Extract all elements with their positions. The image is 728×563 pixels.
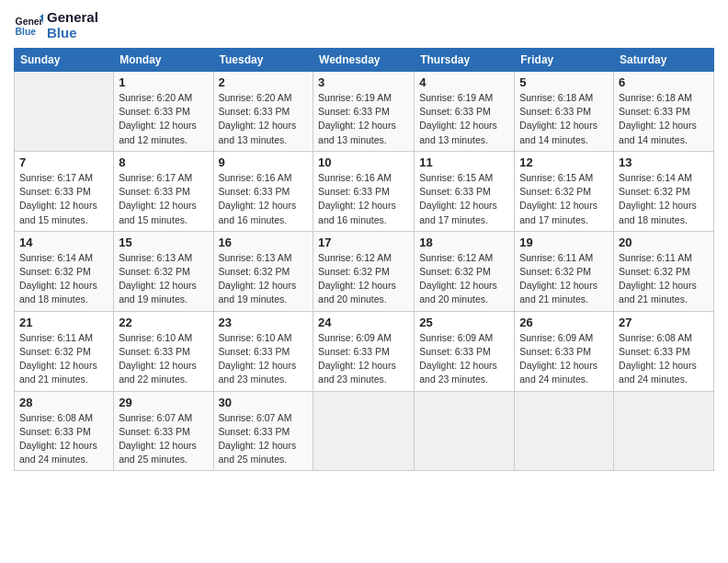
day-number: 18	[419, 236, 509, 249]
day-number: 9	[219, 155, 309, 169]
day-info: Sunrise: 6:13 AM Sunset: 6:32 PM Dayligh…	[119, 251, 208, 307]
calendar-table: SundayMondayTuesdayWednesdayThursdayFrid…	[14, 48, 714, 471]
day-cell: 25Sunrise: 6:09 AM Sunset: 6:33 PM Dayli…	[415, 311, 515, 391]
header-wednesday: Wednesday	[313, 49, 415, 72]
day-number: 27	[619, 316, 709, 329]
day-info: Sunrise: 6:14 AM Sunset: 6:32 PM Dayligh…	[19, 251, 108, 307]
day-cell: 7Sunrise: 6:17 AM Sunset: 6:33 PM Daylig…	[15, 151, 114, 231]
day-info: Sunrise: 6:16 AM Sunset: 6:33 PM Dayligh…	[318, 171, 409, 227]
day-info: Sunrise: 6:09 AM Sunset: 6:33 PM Dayligh…	[419, 331, 509, 387]
logo-blue: Blue	[47, 25, 98, 40]
day-info: Sunrise: 6:18 AM Sunset: 6:33 PM Dayligh…	[519, 91, 609, 147]
day-number: 28	[19, 396, 108, 409]
day-info: Sunrise: 6:10 AM Sunset: 6:33 PM Dayligh…	[119, 331, 208, 387]
day-number: 12	[519, 155, 609, 169]
logo-icon: General Blue	[14, 10, 43, 40]
day-number: 16	[219, 236, 309, 249]
day-number: 10	[318, 155, 409, 169]
day-info: Sunrise: 6:11 AM Sunset: 6:32 PM Dayligh…	[19, 331, 108, 387]
day-number: 20	[619, 236, 709, 249]
day-number: 17	[318, 236, 409, 249]
day-number: 5	[519, 75, 609, 89]
day-info: Sunrise: 6:11 AM Sunset: 6:32 PM Dayligh…	[619, 251, 709, 307]
day-cell: 29Sunrise: 6:07 AM Sunset: 6:33 PM Dayli…	[114, 391, 213, 471]
day-number: 7	[19, 155, 108, 169]
day-number: 1	[119, 75, 208, 89]
day-info: Sunrise: 6:14 AM Sunset: 6:32 PM Dayligh…	[619, 171, 709, 227]
day-cell: 1Sunrise: 6:20 AM Sunset: 6:33 PM Daylig…	[114, 72, 213, 152]
day-info: Sunrise: 6:09 AM Sunset: 6:33 PM Dayligh…	[318, 331, 409, 387]
logo-general: General	[47, 9, 98, 25]
day-number: 19	[519, 236, 609, 249]
day-cell	[313, 391, 415, 471]
week-row-5: 28Sunrise: 6:08 AM Sunset: 6:33 PM Dayli…	[15, 391, 714, 471]
header-thursday: Thursday	[415, 49, 515, 72]
day-cell: 20Sunrise: 6:11 AM Sunset: 6:32 PM Dayli…	[614, 231, 714, 311]
day-cell: 21Sunrise: 6:11 AM Sunset: 6:32 PM Dayli…	[15, 311, 114, 391]
header-row: SundayMondayTuesdayWednesdayThursdayFrid…	[15, 49, 714, 72]
header-tuesday: Tuesday	[213, 49, 313, 72]
day-info: Sunrise: 6:18 AM Sunset: 6:33 PM Dayligh…	[619, 91, 709, 147]
day-cell: 30Sunrise: 6:07 AM Sunset: 6:33 PM Dayli…	[213, 391, 313, 471]
day-info: Sunrise: 6:07 AM Sunset: 6:33 PM Dayligh…	[219, 411, 309, 467]
day-number: 26	[519, 316, 609, 329]
day-number: 21	[19, 316, 108, 329]
day-cell: 6Sunrise: 6:18 AM Sunset: 6:33 PM Daylig…	[614, 72, 714, 152]
day-number: 4	[419, 75, 509, 89]
day-cell: 24Sunrise: 6:09 AM Sunset: 6:33 PM Dayli…	[313, 311, 415, 391]
header-monday: Monday	[114, 49, 213, 72]
day-number: 8	[119, 155, 208, 169]
day-cell: 17Sunrise: 6:12 AM Sunset: 6:32 PM Dayli…	[313, 231, 415, 311]
day-info: Sunrise: 6:16 AM Sunset: 6:33 PM Dayligh…	[219, 171, 309, 227]
day-cell: 9Sunrise: 6:16 AM Sunset: 6:33 PM Daylig…	[213, 151, 313, 231]
day-cell: 3Sunrise: 6:19 AM Sunset: 6:33 PM Daylig…	[313, 72, 415, 152]
day-number: 3	[318, 75, 409, 89]
day-info: Sunrise: 6:09 AM Sunset: 6:33 PM Dayligh…	[519, 331, 609, 387]
day-info: Sunrise: 6:15 AM Sunset: 6:33 PM Dayligh…	[419, 171, 509, 227]
day-cell	[415, 391, 515, 471]
logo: General Blue General Blue	[14, 9, 98, 40]
day-info: Sunrise: 6:08 AM Sunset: 6:33 PM Dayligh…	[619, 331, 709, 387]
day-cell	[15, 72, 114, 152]
day-number: 11	[419, 155, 509, 169]
svg-text:General: General	[16, 17, 43, 27]
day-cell: 11Sunrise: 6:15 AM Sunset: 6:33 PM Dayli…	[415, 151, 515, 231]
day-number: 13	[619, 155, 709, 169]
day-cell: 12Sunrise: 6:15 AM Sunset: 6:32 PM Dayli…	[515, 151, 614, 231]
week-row-3: 14Sunrise: 6:14 AM Sunset: 6:32 PM Dayli…	[15, 231, 714, 311]
day-info: Sunrise: 6:12 AM Sunset: 6:32 PM Dayligh…	[419, 251, 509, 307]
header-friday: Friday	[515, 49, 614, 72]
day-info: Sunrise: 6:19 AM Sunset: 6:33 PM Dayligh…	[419, 91, 509, 147]
day-cell: 19Sunrise: 6:11 AM Sunset: 6:32 PM Dayli…	[515, 231, 614, 311]
day-cell: 8Sunrise: 6:17 AM Sunset: 6:33 PM Daylig…	[114, 151, 213, 231]
day-number: 30	[219, 396, 309, 409]
day-cell: 23Sunrise: 6:10 AM Sunset: 6:33 PM Dayli…	[213, 311, 313, 391]
header: General Blue General Blue	[14, 9, 714, 40]
day-number: 15	[119, 236, 208, 249]
svg-text:Blue: Blue	[16, 27, 37, 37]
day-info: Sunrise: 6:17 AM Sunset: 6:33 PM Dayligh…	[119, 171, 208, 227]
day-number: 2	[219, 75, 309, 89]
day-info: Sunrise: 6:07 AM Sunset: 6:33 PM Dayligh…	[119, 411, 208, 467]
day-number: 6	[619, 75, 709, 89]
week-row-2: 7Sunrise: 6:17 AM Sunset: 6:33 PM Daylig…	[15, 151, 714, 231]
day-info: Sunrise: 6:19 AM Sunset: 6:33 PM Dayligh…	[318, 91, 409, 147]
day-cell: 15Sunrise: 6:13 AM Sunset: 6:32 PM Dayli…	[114, 231, 213, 311]
week-row-1: 1Sunrise: 6:20 AM Sunset: 6:33 PM Daylig…	[15, 72, 714, 152]
day-cell: 26Sunrise: 6:09 AM Sunset: 6:33 PM Dayli…	[515, 311, 614, 391]
day-cell: 27Sunrise: 6:08 AM Sunset: 6:33 PM Dayli…	[614, 311, 714, 391]
header-sunday: Sunday	[15, 49, 114, 72]
day-info: Sunrise: 6:11 AM Sunset: 6:32 PM Dayligh…	[519, 251, 609, 307]
day-info: Sunrise: 6:08 AM Sunset: 6:33 PM Dayligh…	[19, 411, 108, 467]
day-number: 29	[119, 396, 208, 409]
day-cell: 10Sunrise: 6:16 AM Sunset: 6:33 PM Dayli…	[313, 151, 415, 231]
day-info: Sunrise: 6:17 AM Sunset: 6:33 PM Dayligh…	[19, 171, 108, 227]
day-info: Sunrise: 6:20 AM Sunset: 6:33 PM Dayligh…	[219, 91, 309, 147]
day-cell: 14Sunrise: 6:14 AM Sunset: 6:32 PM Dayli…	[15, 231, 114, 311]
day-info: Sunrise: 6:15 AM Sunset: 6:32 PM Dayligh…	[519, 171, 609, 227]
day-info: Sunrise: 6:13 AM Sunset: 6:32 PM Dayligh…	[219, 251, 309, 307]
header-saturday: Saturday	[614, 49, 714, 72]
day-cell: 22Sunrise: 6:10 AM Sunset: 6:33 PM Dayli…	[114, 311, 213, 391]
day-info: Sunrise: 6:20 AM Sunset: 6:33 PM Dayligh…	[119, 91, 208, 147]
day-number: 25	[419, 316, 509, 329]
